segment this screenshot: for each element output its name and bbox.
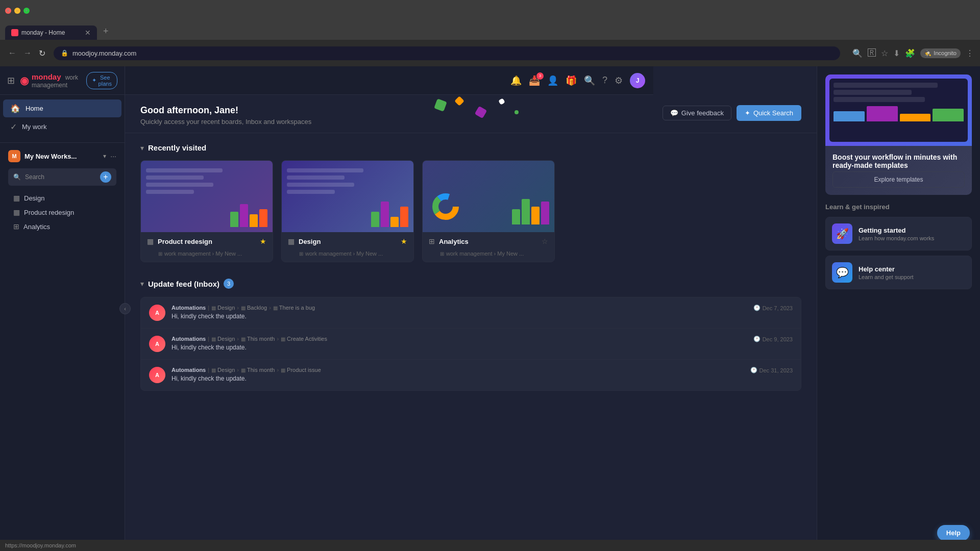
browser-nav-buttons: ← → ↻ <box>6 46 47 60</box>
sidebar-board-design[interactable]: ▦ Design <box>9 191 115 205</box>
people-icon[interactable]: 👤 <box>547 75 558 86</box>
card-info-analytics: ⊞ Analytics ☆ <box>423 232 554 251</box>
refresh-btn[interactable]: ↻ <box>37 46 47 60</box>
give-feedback-button[interactable]: 💬 Give feedback <box>663 106 731 120</box>
learn-item-getting-started[interactable]: 🚀 Getting started Learn how monday.com w… <box>825 217 972 251</box>
active-browser-tab[interactable]: monday - Home ✕ <box>5 26 97 40</box>
invite-icon[interactable]: 🎁 <box>566 75 577 86</box>
add-board-button[interactable]: + <box>100 171 111 183</box>
close-window-btn[interactable]: ✕ <box>5 8 11 14</box>
board-card-product-redesign[interactable]: ▦ Product redesign ★ ⊞ work management ›… <box>140 160 273 262</box>
right-panel: Boost your workflow in minutes with read… <box>817 66 980 551</box>
bc-item-3: ▦ There is a bug <box>273 305 315 311</box>
sidebar-mywork-label: My work <box>22 123 46 131</box>
card-info-design: ▦ Design ★ <box>282 232 413 251</box>
search-icon: 🔍 <box>13 173 21 181</box>
quick-search-button[interactable]: ✦ Quick Search <box>737 105 801 121</box>
download-icon[interactable]: ⬇ <box>893 48 900 58</box>
back-btn[interactable]: ← <box>6 46 18 60</box>
board-product-redesign-label: Product redesign <box>24 209 74 216</box>
sidebar-collapse-btn[interactable]: ‹ <box>119 303 131 314</box>
card-name-product-redesign: Product redesign <box>158 238 256 245</box>
feed-toggle-icon[interactable]: ▾ <box>140 280 144 288</box>
new-tab-btn[interactable]: + <box>98 23 114 40</box>
left-sidebar: ⊞ ◉ monday work management ✦ See plans 🏠… <box>0 66 125 551</box>
card-star-design[interactable]: ★ <box>401 237 407 245</box>
help-center-title: Help center <box>859 265 914 273</box>
sidebar-item-mywork[interactable]: ✓ My work <box>3 118 121 136</box>
see-plans-button[interactable]: ✦ See plans <box>86 72 118 89</box>
sidebar-boards-list: ▦ Design ▦ Product redesign ⊞ Analytics <box>6 189 118 236</box>
user-avatar[interactable]: J <box>630 73 645 88</box>
recently-visited-toggle-icon[interactable]: ▾ <box>140 144 144 152</box>
card-star-analytics[interactable]: ☆ <box>542 237 548 245</box>
workspace-header[interactable]: M My New Works... ▾ ··· <box>6 147 118 165</box>
minimize-window-btn[interactable]: − <box>14 8 20 14</box>
feed-sender-1: Automations <box>172 305 206 311</box>
app-topbar-right: 🔔 📥 3 👤 🎁 🔍 ? ⚙ J <box>125 66 653 95</box>
feed-sender-2: Automations <box>172 336 206 342</box>
tab-favicon <box>11 29 18 36</box>
help-icon-wrap: 💬 <box>832 262 852 283</box>
tpl-bar-4 <box>933 109 964 121</box>
board-card-design[interactable]: ▦ Design ★ ⊞ work management › My New ..… <box>281 160 414 262</box>
browser-top-bar: ✕ − + <box>0 0 980 21</box>
card-star-product-redesign[interactable]: ★ <box>260 237 266 245</box>
explore-templates-button[interactable]: Explore templates <box>832 171 965 188</box>
sidebar-search-box[interactable]: 🔍 Search + <box>8 168 116 186</box>
tab-close-btn[interactable]: ✕ <box>85 29 91 37</box>
card-path-product-redesign: ⊞ work management › My New ... <box>141 251 273 262</box>
tpl-bar-2 <box>867 106 898 121</box>
card-mini-chart-analytics <box>512 199 549 224</box>
learn-content-help-center: Help center Learn and get support <box>859 265 914 280</box>
notification-bell-icon[interactable]: 🔔 <box>510 75 522 86</box>
reader-mode-icon[interactable]: 🅁 <box>868 48 876 58</box>
global-search-icon[interactable]: 🔍 <box>584 75 595 86</box>
sidebar-board-product-redesign[interactable]: ▦ Product redesign <box>9 205 115 219</box>
learn-section-title: Learn & get inspired <box>825 203 972 211</box>
bookmark-star-icon[interactable]: ☆ <box>881 48 888 58</box>
greeting-text: Good afternoon, Jane! <box>140 105 311 116</box>
board-icon: ▦ <box>13 208 20 216</box>
mini-bar-1 <box>230 212 238 227</box>
top-nav-icons: 🔔 📥 3 👤 🎁 🔍 ? ⚙ J <box>510 73 645 88</box>
feed-content-2: Automations | ▦ Design › ▦ <box>172 336 747 351</box>
rocket-icon: 🚀 <box>836 228 849 240</box>
browser-search-icon[interactable]: 🔍 <box>852 48 863 58</box>
inbox-badge: 3 <box>536 72 544 80</box>
feed-item-2: A Automations | ▦ Design › <box>141 329 801 360</box>
template-title: Boost your workflow in minutes with read… <box>832 153 965 169</box>
apps-grid-icon[interactable]: ⊞ <box>7 75 15 86</box>
svg-point-2 <box>435 196 456 217</box>
extension-icon[interactable]: 🧩 <box>905 48 915 58</box>
address-bar-row: ← → ↻ 🔒 moodjoy.monday.com 🔍 🅁 ☆ ⬇ 🧩 🕵 I… <box>0 40 980 66</box>
board-card-analytics[interactable]: ⊞ Analytics ☆ ⊞ work management › My New… <box>422 160 555 262</box>
card-mini-chart-design <box>371 202 408 227</box>
logo-area: ◉ monday work management <box>20 72 81 89</box>
card-board-type-icon-analytics: ⊞ <box>429 237 435 245</box>
feed-content-1: Automations | ▦ Design › ▦ <box>172 305 747 320</box>
maximize-window-btn[interactable]: + <box>23 8 30 14</box>
update-feed-section: ▾ Update feed (Inbox) 3 A Automations | <box>140 279 801 391</box>
more-options-icon[interactable]: ⋮ <box>966 48 974 58</box>
bc-board-icon: ▦ <box>211 305 216 311</box>
getting-started-desc: Learn how monday.com works <box>859 235 934 241</box>
mini-bar-a2 <box>522 199 530 224</box>
feed-time-3: 🕐 Dec 31, 2023 <box>750 367 793 373</box>
bc-item-2: ▦ Backlog <box>241 305 267 311</box>
sidebar-item-home[interactable]: 🏠 Home <box>3 99 121 117</box>
extension-btn-icon[interactable]: ⚙ <box>615 75 623 86</box>
address-bar[interactable]: 🔒 moodjoy.monday.com <box>54 46 840 60</box>
sidebar-board-analytics[interactable]: ⊞ Analytics <box>9 219 115 234</box>
workspace-more-icon[interactable]: ··· <box>110 152 116 160</box>
learn-item-help-center[interactable]: 💬 Help center Learn and get support <box>825 256 972 289</box>
help-floating-button[interactable]: Help <box>937 525 970 541</box>
forward-btn[interactable]: → <box>21 46 34 60</box>
clock-icon-3: 🕐 <box>750 367 757 373</box>
help-icon[interactable]: ? <box>602 75 607 86</box>
inbox-icon[interactable]: 📥 3 <box>529 75 540 86</box>
board-analytics-label: Analytics <box>23 223 50 231</box>
card-board-type-icon-design: ▦ <box>288 237 295 245</box>
card-table-lines-design <box>287 168 383 197</box>
learn-section: Learn & get inspired 🚀 Getting started L… <box>825 203 972 289</box>
